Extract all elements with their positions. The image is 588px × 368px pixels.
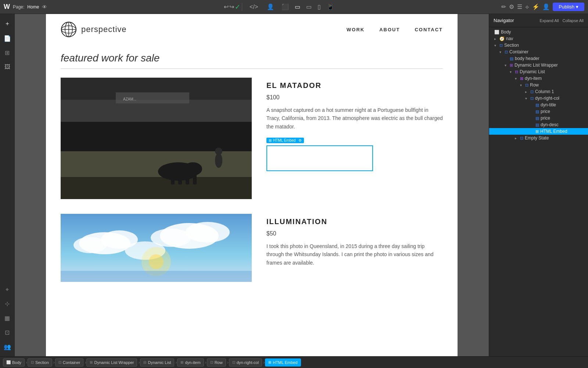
- tree-item-dyn-right-col[interactable]: ▾ ⊡ dyn-right-col: [489, 95, 588, 102]
- tree-item-nav[interactable]: ▸ 🧭 nav: [489, 35, 588, 42]
- breadcrumb-dyn-right-col[interactable]: ⊡dyn-right-col: [229, 358, 262, 367]
- lightning-icon[interactable]: ⚡: [532, 3, 539, 10]
- tree-item-dyn-title[interactable]: ▤ dyn-title: [489, 102, 588, 108]
- breadcrumb-sep-2: ›: [85, 360, 86, 365]
- breadcrumb-html-embed[interactable]: ⊞HTML Embed: [265, 358, 301, 367]
- tree-arrow-container[interactable]: ▾: [499, 50, 505, 54]
- tree-item-dyn-item[interactable]: ▾ ⊠ dyn-item: [489, 75, 588, 82]
- embed-settings-icon[interactable]: ⚙: [298, 138, 302, 142]
- tree-arrow-section[interactable]: ▾: [494, 43, 499, 47]
- code-icon[interactable]: </>: [250, 4, 258, 10]
- product-info-2: ILLUMINATION $50 I took this photo in Qu…: [266, 214, 443, 282]
- tree-arrow-nav[interactable]: ▸: [494, 37, 499, 41]
- tree-type-icon-empty-state: ⊡: [520, 136, 523, 141]
- breadcrumb-body[interactable]: ⬜Body: [3, 358, 25, 367]
- tree-item-row[interactable]: ▾ ⊡ Row: [489, 82, 588, 88]
- tree-arrow-dyn-right-col[interactable]: ▾: [525, 96, 530, 100]
- edit-icon[interactable]: ✏: [501, 3, 506, 10]
- cms-icon[interactable]: ⊞: [2, 46, 12, 59]
- mobile-icon[interactable]: 📱: [327, 3, 334, 10]
- tree-item-body[interactable]: ⬜ Body: [489, 29, 588, 35]
- page-label: Page:: [13, 4, 24, 10]
- tree-arrow-dynamic-list-wrapper[interactable]: ▾: [505, 63, 510, 67]
- tree-item-dynamic-list[interactable]: ▾ ⊟ Dynamic List: [489, 68, 588, 75]
- top-bar-right: ✏ ⚙ ☰ ⟡ ⚡ 👤 Publish ▾: [498, 3, 588, 11]
- tree-type-icon-dynamic-list-wrapper: ⊞: [510, 63, 513, 68]
- settings-icon[interactable]: ⚙: [509, 3, 514, 10]
- bc-icon-row: ⊡: [210, 360, 213, 364]
- tree-arrow-dynamic-list[interactable]: ▾: [510, 70, 515, 74]
- layers-icon[interactable]: ⊡: [2, 326, 12, 339]
- tree-type-icon-price-1: ▤: [535, 109, 539, 114]
- breadcrumb-dynamic-list[interactable]: ⊟Dynamic List: [140, 358, 174, 367]
- desktop-icon[interactable]: ▭: [295, 3, 300, 10]
- tree-item-body-header[interactable]: ▤ body header: [489, 55, 588, 62]
- tree-item-dynamic-list-wrapper[interactable]: ▾ ⊞ Dynamic List Wrapper: [489, 62, 588, 68]
- interactions-icon[interactable]: ⟡: [525, 4, 529, 10]
- tree-type-icon-nav: 🧭: [499, 36, 505, 41]
- navigator-header: Navigator Expand All Collapse All: [489, 14, 588, 27]
- breadcrumb-container[interactable]: ⊡Container: [55, 358, 84, 367]
- breadcrumb-row[interactable]: ⊡Row: [207, 358, 226, 367]
- collapse-all-button[interactable]: Collapse All: [563, 18, 584, 23]
- profile-icon[interactable]: 👤: [267, 3, 274, 10]
- eye-icon[interactable]: 👁: [42, 4, 47, 10]
- grid-icon[interactable]: ▦: [1, 312, 13, 325]
- nav-about[interactable]: ABOUT: [379, 27, 400, 32]
- nav-work[interactable]: WORK: [347, 27, 365, 32]
- tree-item-empty-state[interactable]: ▸ ⊡ Empty State: [489, 135, 588, 141]
- users-icon[interactable]: 👥: [1, 340, 14, 353]
- tree-item-column-1[interactable]: ▸ ⊡ Column 1: [489, 88, 588, 95]
- canvas-area[interactable]: perspective WORK ABOUT CONTACT featured …: [15, 14, 489, 356]
- menu-icon[interactable]: ☰: [517, 3, 522, 10]
- person-icon[interactable]: 👤: [542, 3, 550, 10]
- tablet-landscape-icon[interactable]: ▭: [306, 3, 312, 10]
- tree-item-section[interactable]: ▾ ⊡ Section: [489, 42, 588, 49]
- cursor-icon[interactable]: ⌖: [3, 283, 12, 296]
- tree-label-dyn-desc: dyn-desc: [541, 122, 559, 127]
- svg-rect-14: [186, 175, 189, 184]
- svg-point-16: [215, 153, 222, 168]
- tree-label-html-embed: HTML Embed: [540, 129, 567, 134]
- logo-svg-icon: [61, 21, 77, 38]
- tree-type-icon-dyn-title: ▤: [535, 103, 539, 107]
- breadcrumb-sep-0: ›: [26, 360, 27, 365]
- tree-item-dyn-desc[interactable]: ▤ dyn-desc: [489, 121, 588, 128]
- desktop-large-icon[interactable]: ⬛: [282, 3, 289, 10]
- top-bar-center: ↩ ↪ ✓ </> 👤 ⬛ ▭ ▭ ▯ 📱: [59, 3, 498, 11]
- tree-item-html-embed[interactable]: ⊞ HTML Embed: [489, 128, 588, 135]
- tree-type-icon-container: ⊡: [505, 50, 508, 54]
- tree-label-nav: nav: [506, 36, 513, 41]
- breadcrumb-section[interactable]: ⊡Section: [28, 358, 52, 367]
- top-bar-left: W Page: Home 👁: [0, 3, 59, 11]
- tablet-icon[interactable]: ▯: [318, 3, 321, 10]
- check-icon[interactable]: ✓: [235, 3, 240, 11]
- code-toggle-group: </>: [248, 4, 259, 10]
- nav-contact[interactable]: CONTACT: [415, 27, 443, 32]
- breadcrumb-dynamic-list-wrapper[interactable]: ⊞Dynamic List Wrapper: [86, 358, 137, 367]
- selector-icon[interactable]: ⊹: [2, 297, 12, 310]
- publish-button[interactable]: Publish ▾: [553, 3, 584, 11]
- navigator-tree: ⬜ Body ▸ 🧭 nav ▾ ⊡ Section ▾ ⊡ Container…: [489, 27, 588, 356]
- html-embed-badge[interactable]: ⊞ HTML Embed ⚙: [266, 138, 304, 143]
- redo-icon[interactable]: ↪: [229, 3, 234, 10]
- tree-arrow-column-1[interactable]: ▸: [525, 90, 530, 94]
- tree-item-price-1[interactable]: ▤ price: [489, 108, 588, 115]
- tree-arrow-empty-state[interactable]: ▸: [515, 136, 520, 140]
- section-title: featured work for sale: [61, 52, 443, 64]
- expand-all-button[interactable]: Expand All: [540, 18, 559, 23]
- html-embed-box[interactable]: [266, 145, 373, 171]
- tree-arrow-dyn-item[interactable]: ▾: [515, 77, 520, 81]
- product-image-bullfight: AZAM...: [61, 78, 252, 199]
- tree-item-price-2[interactable]: ▤ price: [489, 115, 588, 121]
- product-image-sky: [61, 214, 252, 282]
- undo-icon[interactable]: ↩: [224, 3, 229, 10]
- add-icon[interactable]: ＋: [1, 17, 13, 31]
- tree-arrow-row[interactable]: ▾: [520, 83, 525, 87]
- breadcrumb-dyn-item[interactable]: ⊠dyn-item: [177, 358, 204, 367]
- pages-icon[interactable]: 📄: [1, 32, 14, 45]
- tree-item-container[interactable]: ▾ ⊡ Container: [489, 49, 588, 55]
- svg-text:AZAM...: AZAM...: [123, 97, 136, 101]
- assets-icon[interactable]: 🖼: [1, 61, 13, 73]
- tree-label-dyn-right-col: dyn-right-col: [535, 96, 559, 101]
